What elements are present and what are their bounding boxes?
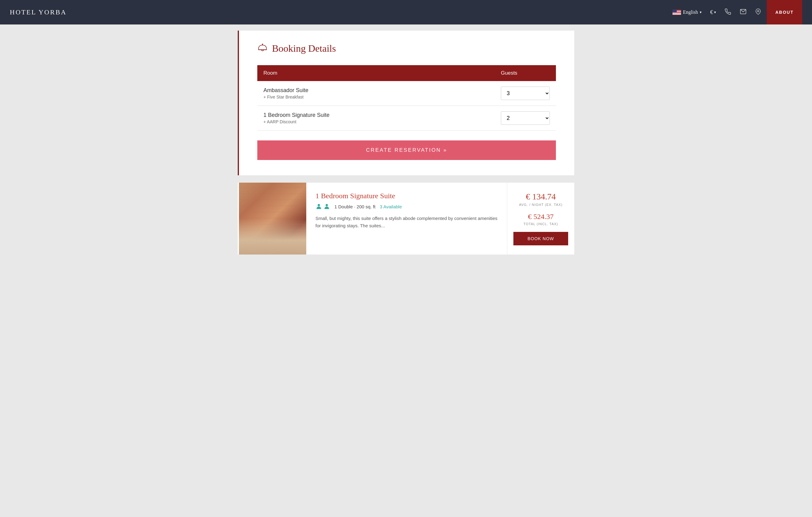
guests-select-0[interactable]: 123456 [501,87,550,100]
page-content: Booking Details Room Guests Ambassador S… [238,25,574,261]
booking-heading: Booking Details [272,43,336,54]
navbar-right: English ▾ € ▾ ABOUT [669,0,802,25]
price-total: € 524.37 [528,212,554,221]
room-listing-card: 1 Bedroom Signature Suite 1 Double · 200… [238,183,574,255]
svg-point-1 [757,10,759,11]
room-cell-1: 1 Bedroom Signature Suite + AARP Discoun… [257,106,495,131]
currency-symbol: € [710,9,713,16]
currency-selector[interactable]: € ▾ [707,9,719,16]
room-meta: 1 Double · 200 sq. ft 3 Available [315,203,498,210]
room-cell-0: Ambassador Suite + Five Star Breakfast [257,81,495,106]
room-image-inner [239,183,306,255]
table-row: Ambassador Suite + Five Star Breakfast 1… [257,81,556,106]
room-name-0: Ambassador Suite [263,87,489,94]
guests-cell-1: 123456 [495,106,556,131]
guest-icon-1 [315,203,322,210]
room-pricing: € 134.74 AVG. / NIGHT (EX. TAX) € 524.37… [507,183,574,255]
location-icon[interactable] [752,8,764,17]
room-details: 1 Bedroom Signature Suite 1 Double · 200… [306,183,507,255]
language-caret: ▾ [700,10,701,15]
room-image [239,183,306,255]
table-col-room: Room [257,65,495,81]
price-total-label: TOTAL (INCL. TAX) [523,222,558,226]
room-description: Small, but mighty, this suite offers a s… [315,215,498,229]
flag-icon [672,9,681,15]
svg-point-6 [325,204,328,206]
language-selector[interactable]: English ▾ [669,9,705,15]
room-availability: 3 Available [380,204,402,209]
guests-select-1[interactable]: 123456 [501,111,550,125]
table-col-guests: Guests [495,65,556,81]
guest-icons [315,203,330,210]
brand-logo: HOTEL YORBA [10,8,67,16]
bell-icon [257,43,268,54]
phone-icon[interactable] [721,8,734,17]
price-per-night-label: AVG. / NIGHT (EX. TAX) [519,203,562,206]
booking-details-card: Booking Details Room Guests Ambassador S… [238,31,574,175]
booking-table: Room Guests Ambassador Suite + Five Star… [257,65,556,131]
book-now-button[interactable]: BOOK NOW [513,232,568,245]
svg-point-3 [262,44,263,45]
room-specs: 1 Double · 200 sq. ft [335,204,375,209]
room-extra-0: + Five Star Breakfast [263,94,489,99]
price-per-night: € 134.74 [526,192,556,202]
svg-point-5 [318,204,320,206]
create-reservation-button[interactable]: CREATE RESERVATION » [257,140,556,160]
room-name-1: 1 Bedroom Signature Suite [263,112,489,118]
about-button[interactable]: ABOUT [767,0,802,25]
room-card-title: 1 Bedroom Signature Suite [315,192,498,200]
booking-title: Booking Details [257,43,556,54]
table-row: 1 Bedroom Signature Suite + AARP Discoun… [257,106,556,131]
language-label: English [683,9,698,15]
guests-cell-0: 123456 [495,81,556,106]
currency-caret: ▾ [714,10,716,15]
navbar: HOTEL YORBA English ▾ € ▾ [0,0,812,25]
mail-icon[interactable] [737,8,750,17]
room-extra-1: + AARP Discount [263,119,489,124]
guest-icon-2 [323,203,330,210]
